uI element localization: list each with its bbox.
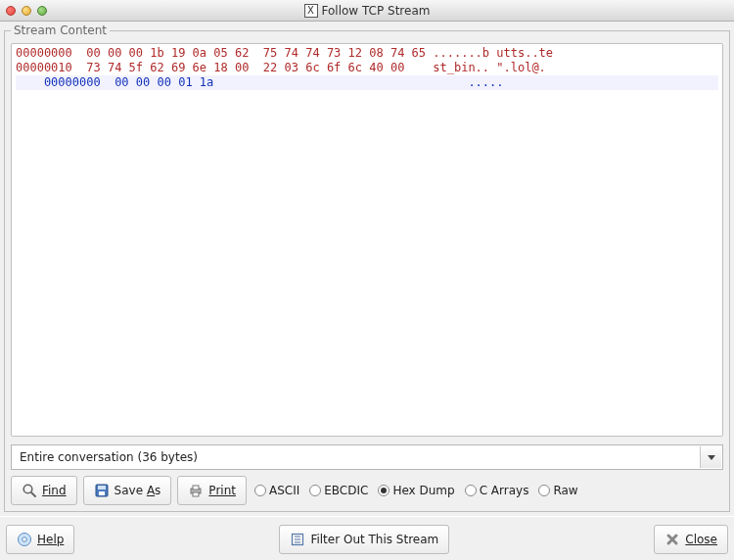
panel-legend: Stream Content	[11, 23, 110, 37]
save-as-button[interactable]: Save As	[83, 476, 172, 505]
svg-point-9	[23, 537, 27, 542]
window-body: Stream Content 00000000 00 00 00 1b 19 0…	[0, 22, 734, 560]
separator	[0, 516, 734, 517]
hex-line-red-1: 00000000 00 00 00 1b 19 0a 05 62 75 74 7…	[16, 46, 553, 60]
help-button[interactable]: Help	[6, 525, 74, 554]
x11-icon: X	[304, 4, 318, 18]
save-icon	[94, 483, 110, 498]
close-button-label: Close	[685, 533, 717, 546]
radio-raw[interactable]: Raw	[536, 484, 579, 497]
combo-arrow[interactable]	[700, 446, 721, 468]
window-controls	[6, 6, 47, 16]
radio-icon	[254, 485, 266, 496]
radio-hex-dump[interactable]: Hex Dump	[376, 484, 456, 497]
filter-icon	[290, 532, 305, 547]
titlebar: X Follow TCP Stream	[0, 0, 734, 22]
window-title: X Follow TCP Stream	[0, 4, 734, 18]
radio-ebcdic[interactable]: EBCDIC	[307, 484, 370, 497]
radio-icon	[465, 485, 477, 496]
svg-rect-4	[99, 491, 105, 495]
zoom-window-icon[interactable]	[37, 6, 47, 16]
svg-line-1	[31, 492, 35, 496]
minimize-window-icon[interactable]	[22, 6, 31, 16]
close-icon	[665, 532, 680, 547]
filter-out-stream-button[interactable]: Filter Out This Stream	[279, 525, 449, 554]
svg-rect-6	[193, 486, 199, 490]
stream-content-panel: Stream Content 00000000 00 00 00 1b 19 0…	[4, 23, 730, 512]
hex-dump-view[interactable]: 00000000 00 00 00 1b 19 0a 05 62 75 74 7…	[11, 43, 723, 437]
find-icon	[22, 483, 37, 498]
radio-ebcdic-label: EBCDIC	[324, 484, 368, 497]
find-button[interactable]: Find	[11, 476, 77, 505]
radio-c-arrays[interactable]: C Arrays	[463, 484, 531, 497]
radio-icon	[309, 485, 321, 496]
window-title-text: Follow TCP Stream	[322, 4, 431, 18]
hex-line-red-2: 00000010 73 74 5f 62 69 6e 18 00 22 03 6…	[16, 61, 546, 74]
print-button[interactable]: Print	[177, 476, 247, 505]
radio-icon	[378, 485, 390, 496]
chevron-down-icon	[708, 455, 715, 460]
filter-out-stream-button-label: Filter Out This Stream	[310, 533, 438, 546]
conversation-combo[interactable]: Entire conversation (36 bytes)	[11, 444, 723, 470]
bottombar: Help Filter Out This Stream Close	[4, 521, 730, 554]
conversation-combo-row: Entire conversation (36 bytes)	[11, 444, 723, 470]
print-button-label: Print	[208, 484, 236, 497]
svg-rect-3	[98, 486, 106, 490]
radio-icon	[538, 485, 550, 496]
radio-raw-label: Raw	[553, 484, 577, 497]
help-button-label: Help	[37, 533, 64, 546]
radio-ascii-label: ASCII	[269, 484, 299, 497]
print-icon	[188, 483, 204, 498]
close-window-icon[interactable]	[6, 6, 16, 16]
conversation-combo-label: Entire conversation (36 bytes)	[20, 450, 198, 464]
close-button[interactable]: Close	[654, 525, 728, 554]
save-as-button-label: Save As	[115, 484, 161, 497]
find-button-label: Find	[42, 484, 67, 497]
svg-rect-7	[193, 492, 199, 496]
radio-hex-dump-label: Hex Dump	[392, 484, 454, 497]
help-icon	[17, 532, 32, 547]
radio-ascii[interactable]: ASCII	[252, 484, 301, 497]
toolbar: Find Save As Print ASCII EBCDIC	[11, 476, 723, 505]
hex-line-blue-1: 00000000 00 00 00 01 1a .....	[16, 75, 718, 90]
radio-c-arrays-label: C Arrays	[480, 484, 529, 497]
